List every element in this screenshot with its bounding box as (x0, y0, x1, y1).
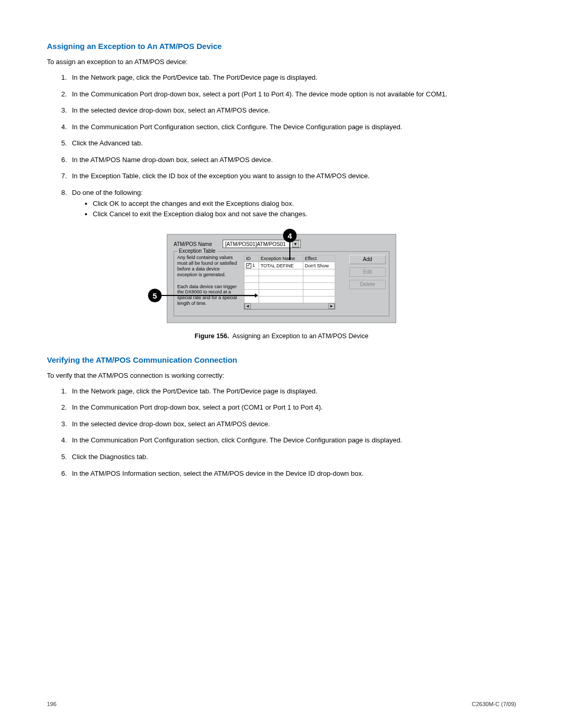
step: Click the Diagnostics tab. (69, 452, 516, 462)
section2-steps: In the Network page, click the Port/Devi… (47, 387, 516, 478)
section1-intro: To assign an exception to an ATM/POS dev… (47, 58, 516, 66)
table-row[interactable] (244, 276, 335, 283)
step: In the selected device drop-down box, se… (69, 419, 516, 429)
cell-effect: Don't Show (303, 262, 335, 269)
scroll-right-icon[interactable]: ► (328, 303, 335, 309)
step: Do one of the following: Click OK to acc… (69, 188, 516, 219)
page-footer: 196 C2630M-C (7/09) (0, 701, 563, 707)
section2-intro: To verify that the ATM/POS connection is… (47, 372, 516, 379)
doc-id: C2630M-C (7/09) (472, 701, 516, 707)
horizontal-scrollbar[interactable]: ◄ ► (244, 303, 335, 310)
step: In the Communication Port drop-down box,… (69, 403, 516, 412)
callout-line (289, 242, 290, 260)
figure-label: Figure 156. (194, 332, 229, 340)
section-heading-2: Verifying the ATM/POS Communication Conn… (47, 355, 516, 364)
exception-dialog: ATM/POS Name [ATM/POS01]ATM/POS01 ▼ Exce… (167, 234, 396, 323)
select-value: [ATM/POS01]ATM/POS01 (225, 241, 286, 247)
step-text: Do one of the following: (72, 189, 143, 196)
figure-caption: Figure 156. Assigning an Exception to an… (47, 332, 516, 340)
fieldset-legend: Exception Table (177, 248, 217, 254)
page-number: 196 (47, 701, 56, 707)
col-exception-name: Exception Name (259, 255, 303, 262)
step: In the ATM/POS Information section, sele… (69, 469, 516, 478)
atmpos-name-label: ATM/POS Name (174, 241, 212, 247)
step: In the Network page, click the Port/Devi… (69, 387, 516, 396)
substep: Click OK to accept the changes and exit … (93, 199, 516, 208)
callout-5: 5 (148, 289, 162, 302)
step: In the Communication Port drop-down box,… (69, 90, 516, 99)
col-id: ID (244, 255, 259, 262)
cell-id: 1 (252, 263, 255, 268)
row-checkbox[interactable] (246, 263, 251, 268)
note-text: Any field containing values must all be … (177, 255, 240, 277)
section1-steps: In the Network page, click the Port/Devi… (47, 73, 516, 218)
col-effect: Effect (303, 255, 335, 262)
step: In the ATM/POS Name drop-down box, selec… (69, 155, 516, 165)
step: In the Network page, click the Port/Devi… (69, 73, 516, 82)
callout-line (162, 295, 255, 296)
step: In the Communication Port Configuration … (69, 122, 516, 132)
table-row[interactable] (244, 269, 335, 276)
step: In the Communication Port Configuration … (69, 436, 516, 445)
substep: Click Cancel to exit the Exception dialo… (93, 209, 516, 219)
cell-name: TOTAL DEFINE (259, 262, 303, 269)
substep-list: Click OK to accept the changes and exit … (72, 199, 516, 218)
step: In the Exception Table, click the ID box… (69, 171, 516, 181)
section-heading-1: Assigning an Exception to An ATM/POS Dev… (47, 42, 516, 51)
edit-button[interactable]: Edit (349, 267, 386, 277)
figure-156: 4 5 ATM/POS Name [ATM/POS01]ATM/POS01 ▼ … (47, 234, 516, 323)
scroll-left-icon[interactable]: ◄ (244, 303, 251, 309)
step: Click the Advanced tab. (69, 139, 516, 148)
add-button[interactable]: Add (349, 255, 386, 264)
figure-caption-text: Assigning an Exception to an ATM/POS Dev… (232, 332, 369, 340)
exception-table-fieldset: Exception Table Any field containing val… (174, 251, 389, 316)
table-row[interactable]: 1 TOTAL DEFINE Don't Show (244, 262, 335, 269)
table-row[interactable] (244, 283, 335, 290)
delete-button[interactable]: Delete (349, 280, 386, 289)
step: In the selected device drop-down box, se… (69, 106, 516, 115)
